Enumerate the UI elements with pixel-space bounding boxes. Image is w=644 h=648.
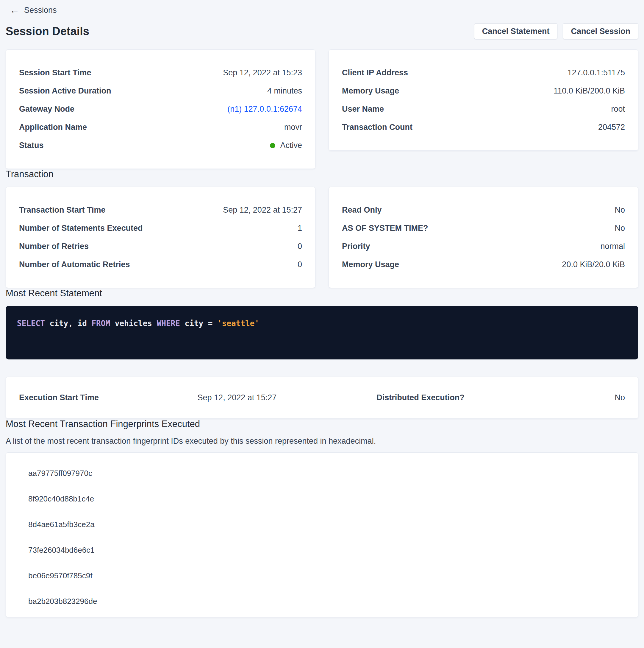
status-badge: Active: [280, 141, 302, 150]
row-value: root: [611, 105, 625, 114]
status-row: Status Active: [19, 137, 302, 155]
row-label: Distributed Execution?: [376, 393, 465, 402]
row-value: movr: [284, 123, 302, 132]
arrow-left-icon: ←: [10, 5, 19, 15]
row-label: Number of Statements Executed: [19, 224, 143, 233]
gateway-node-row: Gateway Node (n1) 127.0.0.1:62674: [19, 100, 302, 118]
status-value: Active: [270, 141, 302, 150]
row-label: Priority: [342, 242, 370, 251]
header-row: Session Details Cancel Statement Cancel …: [6, 23, 638, 39]
row-value: 110.0 KiB/200.0 KiB: [553, 86, 625, 96]
sql-token-string: 'seattle': [217, 319, 259, 328]
row-value: Sep 12, 2022 at 15:23: [223, 68, 302, 77]
gateway-node-link[interactable]: (n1) 127.0.0.1:62674: [227, 105, 302, 114]
as-of-system-time-row: AS OF SYSTEM TIME? No: [342, 219, 625, 237]
row-value: No: [614, 224, 625, 233]
execution-row: Execution Start Time Sep 12, 2022 at 15:…: [19, 393, 625, 402]
sql-token-plain: city, id: [45, 319, 92, 328]
row-label: Session Start Time: [19, 68, 92, 77]
distributed-execution-pair: Distributed Execution? No: [277, 393, 625, 402]
fingerprint-item: 73fe26034bd6e6c1: [6, 537, 638, 563]
row-value: Sep 12, 2022 at 15:27: [197, 393, 277, 402]
statement-section-title: Most Recent Statement: [6, 288, 638, 299]
transaction-start-time-row: Transaction Start Time Sep 12, 2022 at 1…: [19, 201, 302, 219]
session-summary-grid: Session Start Time Sep 12, 2022 at 15:23…: [6, 49, 638, 169]
page-title: Session Details: [6, 25, 89, 38]
row-label: Gateway Node: [19, 105, 74, 114]
user-name-row: User Name root: [342, 100, 625, 118]
sql-token-plain: vehicles: [110, 319, 157, 328]
retries-row: Number of Retries 0: [19, 237, 302, 256]
row-value: 1: [298, 224, 302, 233]
sql-token-keyword: SELECT: [17, 319, 45, 328]
fingerprint-item: ba2b203b823296de: [6, 588, 638, 614]
row-value: No: [614, 206, 625, 215]
transaction-count-row: Transaction Count 204572: [342, 118, 625, 137]
execution-summary-card: Execution Start Time Sep 12, 2022 at 15:…: [6, 377, 638, 419]
fingerprints-card: aa79775ff097970c 8f920c40d88b1c4e 8d4ae6…: [6, 452, 638, 617]
session-details-page: ← Sessions Session Details Cancel Statem…: [0, 0, 644, 617]
row-label: Application Name: [19, 123, 87, 132]
sql-statement-text: SELECT city, id FROM vehicles WHERE city…: [17, 319, 627, 328]
statements-executed-row: Number of Statements Executed 1: [19, 219, 302, 237]
fingerprint-item: 8f920c40d88b1c4e: [6, 486, 638, 511]
row-label: Client IP Address: [342, 68, 408, 77]
fingerprint-item: be06e9570f785c9f: [6, 563, 638, 588]
memory-usage-row: Memory Usage 110.0 KiB/200.0 KiB: [342, 82, 625, 100]
fingerprints-description: A list of the most recent transaction fi…: [6, 437, 638, 446]
row-label: Session Active Duration: [19, 86, 111, 96]
transaction-props-card: Read Only No AS OF SYSTEM TIME? No Prior…: [329, 187, 638, 288]
row-value: 20.0 KiB/20.0 KiB: [562, 260, 625, 269]
txn-memory-usage-row: Memory Usage 20.0 KiB/20.0 KiB: [342, 256, 625, 274]
sql-statement-box: SELECT city, id FROM vehicles WHERE city…: [6, 306, 638, 360]
read-only-row: Read Only No: [342, 201, 625, 219]
back-link-label: Sessions: [24, 6, 57, 15]
transaction-info-card: Transaction Start Time Sep 12, 2022 at 1…: [6, 187, 315, 288]
row-value: 204572: [598, 123, 625, 132]
automatic-retries-row: Number of Automatic Retries 0: [19, 256, 302, 274]
row-label: AS OF SYSTEM TIME?: [342, 224, 428, 233]
execution-start-time-pair: Execution Start Time Sep 12, 2022 at 15:…: [19, 393, 277, 402]
row-label: Number of Automatic Retries: [19, 260, 130, 269]
row-value: 4 minutes: [267, 86, 302, 96]
application-name-row: Application Name movr: [19, 118, 302, 137]
row-value: No: [614, 393, 625, 402]
fingerprint-item: 8d4ae61a5fb3ce2a: [6, 511, 638, 537]
sql-token-keyword: WHERE: [157, 319, 180, 328]
session-start-time-row: Session Start Time Sep 12, 2022 at 15:23: [19, 64, 302, 82]
row-label: Memory Usage: [342, 86, 399, 96]
sql-token-plain: city =: [180, 319, 217, 328]
sql-token-keyword: FROM: [92, 319, 110, 328]
client-ip-row: Client IP Address 127.0.0.1:51175: [342, 64, 625, 82]
fingerprint-item: aa79775ff097970c: [6, 461, 638, 486]
row-label: User Name: [342, 105, 384, 114]
transaction-grid: Transaction Start Time Sep 12, 2022 at 1…: [6, 187, 638, 288]
row-value: normal: [600, 242, 625, 251]
row-label: Transaction Count: [342, 123, 412, 132]
session-active-duration-row: Session Active Duration 4 minutes: [19, 82, 302, 100]
header-actions: Cancel Statement Cancel Session: [474, 23, 638, 39]
row-label: Status: [19, 141, 44, 150]
cancel-statement-button[interactable]: Cancel Statement: [474, 23, 558, 39]
row-label: Execution Start Time: [19, 393, 99, 402]
row-value: 0: [298, 242, 302, 251]
row-label: Number of Retries: [19, 242, 89, 251]
row-value: 127.0.0.1:51175: [568, 68, 625, 77]
fingerprints-section-title: Most Recent Transaction Fingerprints Exe…: [6, 419, 638, 429]
client-info-card: Client IP Address 127.0.0.1:51175 Memory…: [329, 49, 638, 151]
status-active-dot-icon: [270, 143, 275, 148]
row-label: Read Only: [342, 206, 382, 215]
row-value: Sep 12, 2022 at 15:27: [223, 206, 302, 215]
priority-row: Priority normal: [342, 237, 625, 256]
row-value: 0: [298, 260, 302, 269]
transaction-section-title: Transaction: [6, 169, 638, 179]
row-label: Transaction Start Time: [19, 206, 106, 215]
cancel-session-button[interactable]: Cancel Session: [563, 23, 638, 39]
row-label: Memory Usage: [342, 260, 399, 269]
session-info-card: Session Start Time Sep 12, 2022 at 15:23…: [6, 49, 315, 169]
back-link-sessions[interactable]: ← Sessions: [10, 5, 57, 15]
